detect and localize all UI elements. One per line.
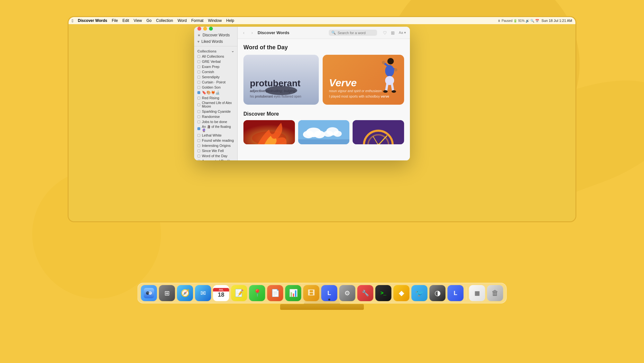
collection-dot bbox=[197, 115, 200, 118]
content-area: Word of the Day protuberant adjective pr… bbox=[238, 39, 410, 160]
menu-file[interactable]: File bbox=[112, 18, 118, 23]
menu-edit[interactable]: Edit bbox=[122, 18, 129, 23]
apple-menu[interactable]:  bbox=[72, 18, 73, 23]
search-input[interactable] bbox=[337, 31, 374, 35]
collection-curtain[interactable]: Curtain · Poirot bbox=[194, 80, 237, 85]
dock-system-prefs[interactable]: ⚙ bbox=[339, 285, 355, 301]
collection-found-reading[interactable]: Found while reading bbox=[194, 138, 237, 143]
collection-wotd[interactable]: Word of the Day bbox=[194, 153, 237, 158]
menu-help[interactable]: Help bbox=[226, 18, 234, 23]
trash-icon: 🗑 bbox=[492, 289, 499, 297]
svg-point-5 bbox=[394, 68, 397, 72]
collection-floating[interactable]: An 🗿 of the floating 🔮 bbox=[194, 124, 237, 133]
menu-format[interactable]: Format bbox=[191, 18, 204, 23]
menu-view[interactable]: View bbox=[134, 18, 142, 23]
collection-button[interactable]: ⊞ bbox=[390, 30, 395, 36]
font-size-button[interactable]: Aa ▾ bbox=[398, 30, 407, 35]
dock-mail[interactable]: ✉ bbox=[195, 285, 211, 301]
collection-dot bbox=[197, 155, 200, 158]
collection-all[interactable]: All Collections bbox=[194, 54, 237, 59]
dock-lookup[interactable]: L bbox=[321, 285, 337, 301]
collection-label: Exam Prep bbox=[202, 65, 219, 69]
collection-exam-prep[interactable]: Exam Prep bbox=[194, 64, 237, 69]
forward-button[interactable]: › bbox=[249, 30, 255, 36]
collection-sparkling[interactable]: Sparkling Cyanide bbox=[194, 109, 237, 114]
sidebar-liked-label: Liked Words bbox=[202, 39, 223, 44]
sidebar: ★ Discover Words ♥ Liked Words Collectio… bbox=[194, 27, 238, 160]
pages-icon: 📄 bbox=[271, 289, 279, 297]
dock-pages[interactable]: 📄 bbox=[267, 285, 283, 301]
sidebar-item-liked[interactable]: ♥ Liked Words bbox=[194, 38, 237, 45]
collection-charmed[interactable]: Charmed Life of Alex Moore bbox=[194, 100, 237, 109]
menu-collection[interactable]: Collection bbox=[156, 18, 173, 23]
sysprefs-icon: ⚙ bbox=[345, 289, 350, 297]
dock-notes[interactable]: 📝 bbox=[231, 285, 247, 301]
svg-line-7 bbox=[386, 84, 387, 91]
collection-gre-verbal[interactable]: GRE Verbal bbox=[194, 59, 237, 64]
darkroom-icon: ◑ bbox=[434, 289, 440, 297]
discover-card-3[interactable] bbox=[353, 120, 404, 144]
favorite-button[interactable]: ♡ bbox=[382, 30, 388, 36]
menu-window[interactable]: Window bbox=[208, 18, 222, 23]
search-bar[interactable]: 🔍 bbox=[329, 30, 377, 36]
collection-dot bbox=[197, 127, 200, 130]
dock-iterm[interactable]: >_ bbox=[375, 285, 392, 301]
calendar-day: 18 bbox=[218, 291, 224, 298]
collection-label: Lethal White bbox=[202, 133, 222, 137]
sketch-icon: ◆ bbox=[399, 289, 404, 297]
dock-sketch[interactable]: ◆ bbox=[393, 285, 410, 301]
collection-ar[interactable]: Augmented Reality bbox=[194, 158, 237, 160]
wotd-card-verve[interactable]: Verve noun vigour and spirit or enthusia… bbox=[323, 55, 404, 105]
menu-go[interactable]: Go bbox=[147, 18, 152, 23]
collection-since-we-fell[interactable]: Since We Fell bbox=[194, 148, 237, 153]
collection-jobs[interactable]: Jobs to be done bbox=[194, 119, 237, 124]
dock-numbers[interactable]: 📊 bbox=[285, 285, 301, 301]
wotd-card-protuberant[interactable]: protuberant adjective protruding; bulgin… bbox=[243, 55, 319, 105]
dock-tableplus[interactable]: ▦ bbox=[469, 285, 485, 301]
menu-word[interactable]: Word bbox=[177, 18, 186, 23]
minimize-button[interactable] bbox=[203, 27, 207, 31]
discover-card-1[interactable] bbox=[243, 120, 295, 144]
imac-monitor:  Discover Words File Edit View Go Colle… bbox=[68, 16, 576, 222]
collection-dot bbox=[197, 71, 200, 73]
dock-launchpad[interactable]: ⊞ bbox=[159, 285, 175, 301]
dock-finder[interactable] bbox=[141, 285, 157, 301]
menu-app-name[interactable]: Discover Words bbox=[78, 18, 107, 23]
dock-darkroom[interactable]: ◑ bbox=[430, 285, 446, 301]
collection-label: Serendipity bbox=[202, 75, 220, 79]
collection-emoji1[interactable]: 🔖🎨🦊🔬 bbox=[194, 90, 237, 95]
collection-serendipity[interactable]: Serendipity bbox=[194, 74, 237, 80]
collection-red-rising[interactable]: Red Rising bbox=[194, 95, 237, 100]
sidebar-collections-section: Collections ⌄ All Collections GRE Verbal… bbox=[194, 46, 237, 160]
back-button[interactable]: ‹ bbox=[241, 30, 247, 36]
dock-maps[interactable]: 📍 bbox=[249, 285, 265, 301]
collection-interesting[interactable]: Interesting Origins bbox=[194, 143, 237, 148]
menubar-left:  Discover Words File Edit View Go Colle… bbox=[72, 18, 234, 23]
dock-keynote[interactable]: 🎞 bbox=[303, 285, 319, 301]
sidebar-item-discover[interactable]: ★ Discover Words bbox=[194, 32, 237, 38]
collection-golden-son[interactable]: Golden Son bbox=[194, 85, 237, 90]
dock-safari[interactable]: 🧭 bbox=[177, 285, 193, 301]
close-button[interactable] bbox=[197, 27, 201, 31]
dock-twitterific[interactable]: 🐦 bbox=[412, 285, 428, 301]
collections-header[interactable]: Collections ⌄ bbox=[194, 48, 237, 54]
dock-pockity[interactable]: 🔧 bbox=[357, 285, 374, 301]
collections-label: Collections bbox=[197, 49, 216, 53]
wotd-section-title: Word of the Day bbox=[243, 44, 404, 51]
discover-card-2[interactable] bbox=[298, 120, 350, 144]
maximize-button[interactable] bbox=[209, 27, 213, 31]
collection-randomise[interactable]: Randomise bbox=[194, 114, 237, 119]
collection-label: Randomise bbox=[202, 115, 220, 119]
collection-dot bbox=[197, 110, 200, 113]
collection-label: 🔖🎨🦊🔬 bbox=[202, 91, 220, 95]
collection-cornish[interactable]: Cornish bbox=[194, 69, 237, 74]
mail-icon: ✉ bbox=[200, 289, 206, 297]
collection-lethal[interactable]: Lethal White bbox=[194, 133, 237, 138]
dock-trash[interactable]: 🗑 bbox=[487, 285, 503, 301]
dock-calendar[interactable]: JUL 18 bbox=[213, 285, 229, 301]
lookup2-icon: L bbox=[454, 290, 457, 297]
collection-label: All Collections bbox=[202, 54, 224, 58]
wotd-cards: protuberant adjective protruding; bulgin… bbox=[243, 55, 404, 105]
dock-lookup-2[interactable]: L bbox=[448, 285, 464, 301]
svg-line-8 bbox=[392, 84, 393, 91]
